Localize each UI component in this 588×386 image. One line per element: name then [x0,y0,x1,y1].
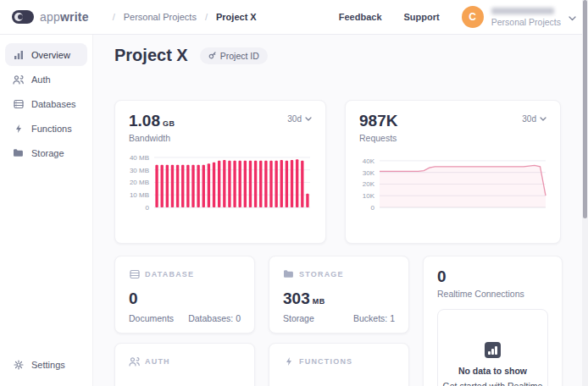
sidebar-item-label: Auth [31,74,51,85]
users-icon [129,356,140,367]
auth-category-label: Auth [145,357,170,366]
requests-label: Requests [359,133,397,143]
requests-yaxis: 40K30K20K10K0 [359,155,380,207]
realtime-empty-state: No data to show Get started with Realtim… [437,309,548,386]
empty-state-title: No data to show [458,366,527,376]
buckets-meta: Buckets: 1 [353,313,395,323]
folder-icon [283,268,294,279]
databases-meta: Databases: 0 [188,313,241,323]
breadcrumb: / Personal Projects / Project X [113,12,257,22]
bandwidth-value: 1.08GB [129,113,175,129]
main-content: Project X Project ID 1.08GB Bandwidth 30… [93,35,588,386]
database-category-label: Database [145,270,194,278]
sidebar-item-label: Overview [31,50,70,60]
user-menu[interactable]: C Personal Projects [462,6,576,28]
user-organization: Personal Projects [491,17,561,27]
project-id-badge[interactable]: Project ID [200,47,268,64]
auth-card[interactable]: Auth [114,343,255,386]
sidebar: Overview Auth Databases Functions Storag… [0,35,93,386]
bandwidth-label: Bandwidth [129,133,175,143]
support-link[interactable]: Support [404,12,440,22]
bandwidth-chart: 40 MB30 MB20 MB10 MB0 [129,155,312,207]
sidebar-item-label: Functions [31,124,72,134]
functions-card[interactable]: Functions [269,343,409,386]
requests-card: 987K Requests 30d 40K30K20K10K0 [345,100,561,244]
sidebar-item-settings[interactable]: Settings [5,353,87,376]
user-name-redacted [491,8,554,14]
lightning-icon [13,123,24,134]
appwrite-logo-text: appwrite [40,10,89,24]
sidebar-item-databases[interactable]: Databases [5,92,87,115]
gear-icon [13,359,24,370]
realtime-card: 0 Realtime Connections No data to show G… [423,256,563,386]
appwrite-logo[interactable]: appwrite [12,10,89,24]
bandwidth-range-dropdown[interactable]: 30d [287,114,312,124]
breadcrumb-separator: / [205,12,208,22]
requests-chart: 40K30K20K10K0 [359,155,546,207]
realtime-label: Realtime Connections [437,289,548,299]
users-icon [13,74,24,85]
get-started-realtime-link[interactable]: Get started with Realtime [443,381,543,386]
scrollbar-thumb[interactable] [583,0,587,218]
sidebar-item-auth[interactable]: Auth [5,68,87,91]
documents-count: 0 [129,290,241,308]
requests-line [380,155,546,207]
breadcrumb-parent[interactable]: Personal Projects [124,12,197,22]
database-card[interactable]: Database 0 Documents Databases: 0 [114,256,255,334]
lightning-icon [283,356,294,367]
storage-label: Storage [283,313,314,323]
storage-value: 303MB [283,290,395,308]
sidebar-item-storage[interactable]: Storage [5,141,87,164]
chevron-down-icon [305,117,312,121]
appwrite-console: appwrite / Personal Projects / Project X… [0,0,588,386]
page-title: Project X [114,46,188,65]
storage-card[interactable]: Storage 303MB Storage Buckets: 1 [269,256,409,334]
project-id-icon [208,52,216,59]
chevron-down-icon [540,117,546,121]
avatar: C [462,6,484,28]
requests-value: 987K [359,113,397,129]
folder-icon [13,147,24,158]
breadcrumb-current[interactable]: Project X [216,12,257,22]
bar-chart-icon [485,342,501,358]
bandwidth-yaxis: 40 MB30 MB20 MB10 MB0 [129,155,154,207]
sidebar-item-label: Databases [31,99,76,109]
sidebar-item-label: Storage [31,148,64,158]
chevron-down-icon [569,9,576,25]
page-scrollbar[interactable] [582,0,588,386]
bandwidth-card: 1.08GB Bandwidth 30d 40 MB30 MB20 MB10 M… [114,100,326,244]
feedback-link[interactable]: Feedback [339,12,382,22]
requests-range-dropdown[interactable]: 30d [522,114,546,124]
breadcrumb-separator: / [113,12,115,22]
appwrite-logo-icon [12,10,34,24]
functions-category-label: Functions [299,357,352,366]
storage-category-label: Storage [299,270,344,278]
sidebar-item-overview[interactable]: Overview [5,43,87,66]
database-icon [129,268,140,279]
sidebar-item-label: Settings [31,360,65,370]
top-header: appwrite / Personal Projects / Project X… [0,0,588,35]
sidebar-item-functions[interactable]: Functions [5,117,87,140]
bar-chart-icon [13,49,24,60]
bandwidth-bars [154,155,310,207]
database-icon [13,98,24,109]
realtime-value: 0 [437,268,548,284]
documents-label: Documents [129,313,174,323]
